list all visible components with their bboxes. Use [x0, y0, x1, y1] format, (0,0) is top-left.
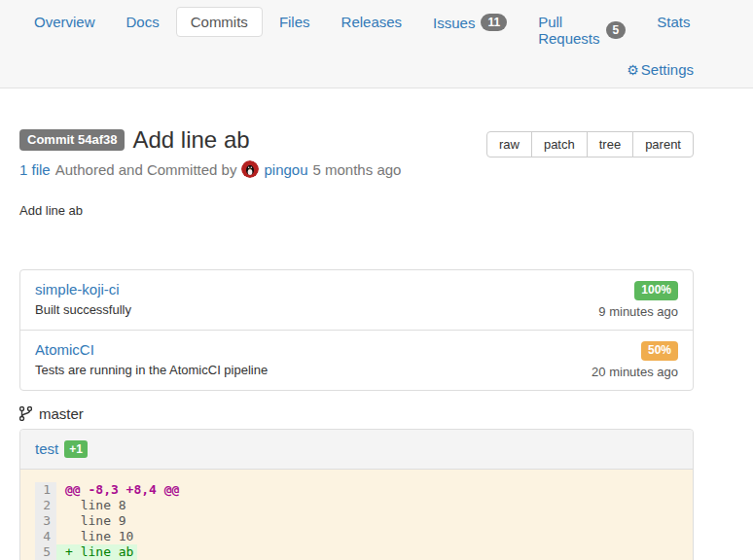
- ci-item-simple-koji-ci: simple-koji-ci Built successfully 100% 9…: [20, 270, 693, 330]
- issues-count-badge: 11: [481, 14, 507, 31]
- tab-overview-link[interactable]: Overview: [19, 7, 110, 37]
- commit-page: Commit 54af38 Add line ab 1 file Authore…: [19, 127, 694, 560]
- ci-status-text: Tests are running in the AtomicCI pipeli…: [35, 363, 268, 377]
- line-code: @@ -8,3 +8,4 @@: [56, 482, 183, 498]
- line-code: line 10: [56, 529, 137, 544]
- settings-label: Settings: [641, 61, 694, 78]
- line-number: 1: [35, 482, 56, 498]
- settings-link[interactable]: ⚙Settings: [627, 61, 694, 78]
- tab-stats[interactable]: Stats: [642, 7, 704, 37]
- commit-header: Commit 54af38 Add line ab 1 file Authore…: [19, 127, 694, 178]
- ci-status-text: Built successfully: [35, 302, 131, 317]
- diff-line: 3 line 9: [35, 513, 678, 529]
- line-number: 4: [35, 529, 56, 544]
- avatar: [241, 160, 259, 178]
- tree-button[interactable]: tree: [587, 131, 633, 158]
- project-masthead: Overview Docs Commits Files Releases Iss…: [0, 0, 753, 88]
- byline-text: Authored and Committed by: [55, 161, 237, 178]
- branch-icon: [19, 406, 32, 421]
- diff-file-link[interactable]: test: [35, 440, 58, 457]
- tab-stats-link[interactable]: Stats: [642, 7, 704, 37]
- tab-issues[interactable]: Issues11: [418, 7, 521, 38]
- tab-commits-link[interactable]: Commits: [176, 7, 263, 37]
- ci-timestamp: 20 minutes ago: [592, 365, 678, 379]
- commit-actions: raw patch tree parent: [486, 131, 694, 158]
- patch-button[interactable]: patch: [531, 131, 588, 158]
- gear-icon: ⚙: [627, 62, 639, 78]
- parent-button[interactable]: parent: [632, 131, 694, 158]
- author-link[interactable]: pingou: [264, 161, 307, 178]
- ci-name-link[interactable]: AtomicCI: [35, 341, 94, 358]
- tab-files-link[interactable]: Files: [265, 7, 325, 37]
- project-nav-tabs: Overview Docs Commits Files Releases Iss…: [19, 7, 694, 53]
- line-number: 5: [35, 544, 56, 560]
- line-number: 3: [35, 513, 56, 529]
- tab-pull-requests[interactable]: Pull Requests5: [523, 7, 640, 53]
- lines-added-badge: +1: [64, 440, 88, 458]
- line-code: line 8: [56, 498, 130, 513]
- tab-docs-link[interactable]: Docs: [112, 7, 174, 37]
- branch-name: master: [39, 405, 84, 422]
- diff-line: 2 line 8: [35, 498, 678, 513]
- diff-file-header: test +1: [20, 430, 693, 470]
- ci-name-link[interactable]: simple-koji-ci: [35, 281, 120, 298]
- raw-button[interactable]: raw: [486, 131, 532, 158]
- ci-status-list: simple-koji-ci Built successfully 100% 9…: [19, 269, 694, 390]
- line-code: + line ab: [56, 544, 137, 560]
- diff-line: 4 line 10: [35, 529, 678, 544]
- commit-hash-badge: Commit 54af38: [19, 129, 125, 151]
- pull-requests-count-badge: 5: [606, 21, 627, 39]
- diff-body: 1 @@ -8,3 +8,4 @@ 2 line 8 3 line 9 4 li…: [20, 470, 693, 560]
- diff-line: 5 + line ab: [35, 544, 678, 560]
- commit-title: Add line ab: [132, 127, 249, 153]
- ci-item-atomicci: AtomicCI Tests are running in the Atomic…: [20, 330, 693, 390]
- diff-panel: test +1 1 @@ -8,3 +8,4 @@ 2 line 8 3 lin…: [19, 429, 694, 560]
- tab-issues-link[interactable]: Issues11: [418, 7, 521, 38]
- commit-byline: 1 file Authored and Committed by pingou …: [19, 160, 401, 178]
- tab-releases-link[interactable]: Releases: [327, 7, 417, 37]
- commit-age: 5 months ago: [313, 161, 402, 178]
- tab-files[interactable]: Files: [265, 7, 325, 37]
- ci-percent-badge: 100%: [634, 281, 678, 300]
- commit-description: Add line ab: [19, 203, 694, 218]
- tab-releases[interactable]: Releases: [327, 7, 417, 37]
- line-code: line 9: [56, 513, 130, 529]
- ci-percent-badge: 50%: [641, 341, 678, 361]
- files-changed-link[interactable]: 1 file: [19, 161, 51, 178]
- ci-timestamp: 9 minutes ago: [598, 304, 678, 319]
- branch-heading: master: [19, 405, 694, 422]
- tab-overview[interactable]: Overview: [19, 7, 110, 37]
- tab-pull-requests-link[interactable]: Pull Requests5: [523, 7, 640, 53]
- tab-docs[interactable]: Docs: [112, 7, 174, 37]
- diff-line: 1 @@ -8,3 +8,4 @@: [35, 482, 678, 498]
- line-number: 2: [35, 498, 56, 513]
- tab-commits[interactable]: Commits: [176, 7, 263, 37]
- settings-row: ⚙Settings: [19, 53, 694, 82]
